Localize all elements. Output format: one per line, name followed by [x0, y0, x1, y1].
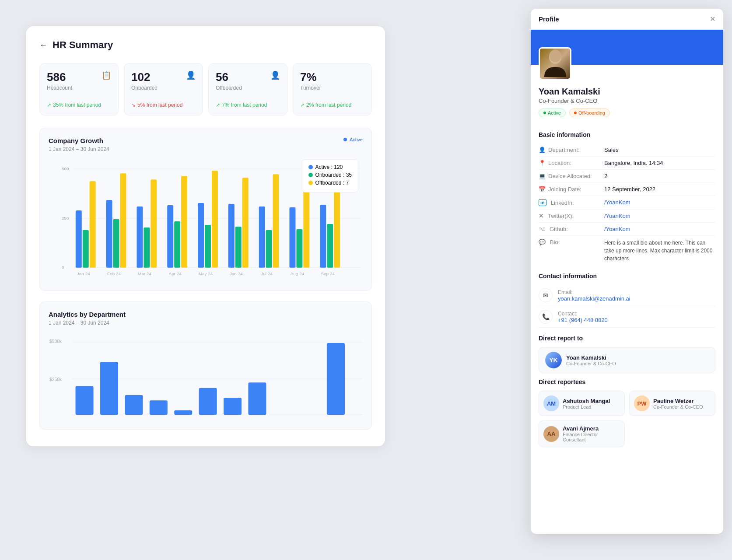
- back-button[interactable]: ←: [39, 41, 47, 50]
- chart-legend: Active : 120 Onboarded : 35 Offboarded :…: [302, 159, 358, 192]
- svg-rect-13: [205, 225, 211, 268]
- twitter-icon: ✕: [539, 213, 543, 219]
- stat-card-headcount: 586 Headcount 📋 ↗ 35% from last period: [39, 63, 119, 116]
- department-icon: 👤: [539, 147, 546, 153]
- x-label-sep: Sep 24: [321, 271, 335, 276]
- legend-active-dot: [308, 165, 313, 169]
- y-label-500: 500: [62, 166, 69, 171]
- legend-offboarded-dot: [308, 181, 313, 185]
- bar-jan-active: [76, 210, 82, 268]
- hr-summary-panel: ← HR Summary 586 Headcount 📋 ↗ 35% from …: [26, 26, 385, 446]
- pauline-initials: PW: [637, 400, 647, 407]
- legend-active: Active : 120: [308, 164, 352, 170]
- bar-jan-onboarded: [83, 230, 89, 268]
- pauline-role: Co-Founder & Co-CEO: [653, 404, 703, 410]
- svg-rect-8: [151, 179, 157, 267]
- linkedin-icon: in: [539, 199, 546, 206]
- info-row-location: 📍 Location: Bangalore, India. 14:34: [539, 157, 715, 170]
- turnover-label: Turnover: [300, 85, 321, 91]
- analytics-bar-9: [327, 343, 345, 415]
- pauline-name: Pauline Wetzer: [653, 398, 703, 404]
- x-label-mar: Mar 24: [138, 271, 151, 276]
- bar-jan-offboarded: [90, 181, 96, 267]
- down-arrow-icon: ↘: [131, 102, 136, 108]
- reportee-card-ashutosh[interactable]: AM Ashutosh Mangal Product Lead: [539, 391, 625, 416]
- avani-info: Avani Ajmera Finance Director Consultant: [563, 425, 620, 442]
- info-row-device: 💻 Device Allocated: 2: [539, 170, 715, 183]
- reportees-section-title: Direct reportees: [531, 378, 723, 385]
- device-value: 2: [604, 173, 715, 179]
- turnover-arrow-icon: ↗: [300, 102, 305, 108]
- analytics-bar-8: [248, 382, 266, 415]
- svg-rect-22: [296, 229, 302, 268]
- email-label: Email:: [558, 289, 630, 295]
- svg-rect-15: [228, 204, 235, 268]
- analytics-bar-7: [224, 398, 242, 415]
- reportees-grid: AM Ashutosh Mangal Product Lead PW Pauli…: [531, 391, 723, 447]
- neutral-arrow-icon: ↗: [216, 102, 220, 108]
- svg-rect-21: [289, 207, 295, 268]
- hr-header: ← HR Summary: [39, 39, 372, 51]
- pauline-avatar: PW: [634, 396, 650, 411]
- direct-report-title: Direct report to: [531, 335, 723, 342]
- badge-row: Active Off-boarding: [539, 108, 715, 117]
- stat-card-turnover: 7% Turnover ↗ 2% from last period: [293, 63, 372, 116]
- ashutosh-info: Ashutosh Mangal Product Lead: [563, 398, 610, 410]
- svg-rect-5: [120, 173, 126, 267]
- profile-panel-title: Profile: [539, 15, 559, 23]
- headcount-label: Headcount: [47, 85, 72, 91]
- offboarded-change: ↗ 7% from last period: [216, 102, 280, 108]
- offboarded-icon: 👤: [270, 70, 280, 80]
- email-value[interactable]: yoan.kamalski@zenadmin.ai: [558, 295, 630, 302]
- contact-section-title: Contact information: [531, 273, 723, 280]
- phone-icon: 📞: [539, 310, 553, 324]
- analytics-chart-svg: $500k $250k: [49, 333, 363, 420]
- headcount-icon: 📋: [102, 70, 111, 80]
- twitter-value: /YoanKom: [604, 213, 715, 219]
- analytics-y-250k: $250k: [49, 377, 62, 382]
- avani-initials: AA: [547, 430, 556, 437]
- analytics-bar-4: [150, 400, 168, 415]
- stat-card-onboarded: 102 Onboarded 👤 ↘ 5% from last period: [124, 63, 203, 116]
- profile-role: Co-Founder & Co-CEO: [539, 98, 715, 104]
- direct-report-card[interactable]: YK Yoan Kamalski Co-Founder & Co-CEO: [539, 347, 715, 373]
- svg-rect-10: [174, 221, 180, 268]
- reportee-card-pauline[interactable]: PW Pauline Wetzer Co-Founder & Co-CEO: [629, 391, 715, 416]
- svg-rect-4: [113, 219, 119, 268]
- direct-report-avatar: YK: [545, 352, 562, 368]
- avani-avatar: AA: [543, 426, 559, 442]
- github-icon: ⌥: [539, 226, 545, 232]
- svg-rect-19: [266, 230, 272, 268]
- svg-rect-25: [327, 224, 333, 268]
- analytics-bar-6: [199, 388, 217, 415]
- profile-name: Yoan Kamalski: [539, 87, 715, 97]
- close-button[interactable]: ✕: [710, 15, 715, 23]
- contact-phone: 📞 Contact: +91 (964) 448 8820: [539, 306, 715, 328]
- ashutosh-role: Product Lead: [563, 404, 610, 410]
- onboarded-change: ↘ 5% from last period: [131, 102, 196, 108]
- reportee-card-avani[interactable]: AA Avani Ajmera Finance Director Consult…: [539, 420, 625, 447]
- headcount-change: ↗ 35% from last period: [47, 102, 111, 108]
- growth-chart-area: Active : 120 Onboarded : 35 Offboarded :…: [49, 159, 363, 282]
- info-row-github: ⌥ Github: /YoanKom: [539, 223, 715, 236]
- email-icon: ✉: [539, 288, 553, 302]
- x-label-jun: Jun 24: [230, 271, 243, 276]
- profile-banner: [531, 30, 723, 65]
- info-row-joining: 📅 Joining Date: 12 September, 2022: [539, 183, 715, 196]
- department-value: Sales: [604, 147, 715, 153]
- linkedin-value: /YoanKom: [604, 199, 715, 206]
- svg-rect-18: [259, 206, 265, 268]
- contact-email: ✉ Email: yoan.kamalski@zenadmin.ai: [539, 285, 715, 306]
- legend-onboarded-dot: [308, 173, 313, 177]
- offboarded-label: Offboarded: [216, 85, 242, 91]
- ashutosh-name: Ashutosh Mangal: [563, 398, 610, 404]
- direct-report-role: Co-Founder & Co-CEO: [566, 361, 616, 366]
- page-title: HR Summary: [53, 39, 113, 51]
- active-legend-label: Active: [350, 137, 363, 142]
- svg-rect-17: [242, 178, 249, 267]
- phone-value[interactable]: +91 (964) 448 8820: [558, 317, 608, 323]
- offboarded-value: 56: [216, 70, 242, 84]
- onboarded-value: 102: [131, 70, 158, 84]
- svg-rect-3: [106, 200, 112, 268]
- onboarded-label: Onboarded: [131, 85, 158, 91]
